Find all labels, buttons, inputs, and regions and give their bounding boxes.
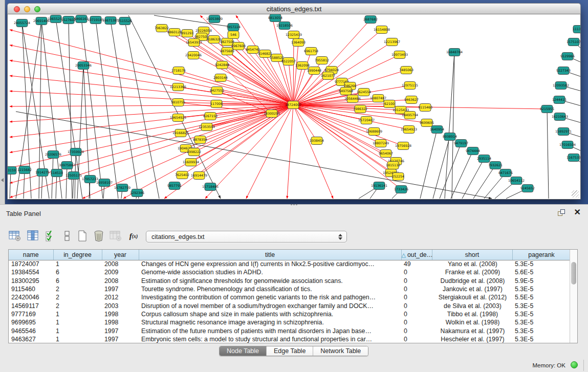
column-header-pagerank[interactable]: pagerank: [512, 250, 571, 260]
table-row[interactable]: 1872400712008Changes of HCN gene express…: [9, 260, 571, 268]
graph-node[interactable]: 1575107: [567, 38, 581, 46]
graph-node[interactable]: 2967608: [231, 42, 246, 50]
graph-node[interactable]: 11609934: [183, 159, 199, 166]
graph-node[interactable]: 2935114: [477, 155, 491, 163]
graph-node[interactable]: 10654112: [508, 177, 525, 185]
graph-node[interactable]: 7857224: [226, 24, 241, 31]
network-table-select[interactable]: citations_edges.txt: [146, 231, 347, 243]
tab-node-table[interactable]: Node Table: [220, 346, 267, 356]
graph-node[interactable]: 18724007: [285, 101, 301, 109]
graph-node[interactable]: 16914479: [191, 172, 207, 180]
network-graph[interactable]: 1872400718300295796382288601288912932322…: [8, 14, 581, 200]
graph-node[interactable]: 1621077: [321, 72, 335, 80]
graph-node[interactable]: 9474444: [466, 147, 480, 155]
graph-node[interactable]: 8813054: [268, 14, 282, 22]
left-collapsed-panel[interactable]: [0, 0, 5, 204]
graph-node[interactable]: 6522057: [281, 58, 296, 65]
graph-node[interactable]: 12325419: [286, 31, 302, 39]
graph-node[interactable]: 9115460: [418, 104, 432, 112]
graph-node[interactable]: 62100: [384, 100, 395, 108]
graph-node[interactable]: 16543912: [186, 39, 202, 47]
panel-splitter-handle[interactable]: [290, 204, 298, 206]
graph-node[interactable]: 1998222: [187, 148, 201, 156]
graph-node[interactable]: 1990448: [307, 67, 321, 75]
graph-node[interactable]: 1733426: [394, 186, 408, 193]
graph-node[interactable]: 6466161: [74, 15, 89, 23]
graph-node[interactable]: 1364093: [291, 39, 306, 47]
graph-node[interactable]: 19654923: [401, 126, 417, 134]
graph-node[interactable]: 7485063: [399, 67, 413, 74]
graph-node[interactable]: 7932621: [488, 162, 503, 169]
table-row[interactable]: 1456911722003Disruption of a novel membe…: [9, 301, 571, 310]
graph-node[interactable]: 16154808: [374, 26, 390, 34]
graph-node[interactable]: 6497568: [339, 87, 353, 95]
table-mode-button[interactable]: [8, 229, 21, 243]
graph-node[interactable]: 9242848: [215, 61, 229, 69]
float-panel-icon[interactable]: [558, 209, 565, 217]
graph-node[interactable]: 1215682: [17, 166, 32, 174]
table-row[interactable]: 911546021997Tourette syndrome. Phenomeno…: [9, 285, 571, 293]
graph-node[interactable]: 19218506: [276, 22, 293, 30]
row-height-button[interactable]: [60, 229, 74, 243]
graph-node[interactable]: 12505135: [66, 172, 82, 180]
graph-node[interactable]: 8215955: [540, 105, 554, 113]
graph-node[interactable]: 7625402: [175, 171, 189, 179]
graph-node[interactable]: 10719185: [88, 16, 104, 24]
graph-node[interactable]: 20564486: [344, 95, 361, 103]
graph-node[interactable]: 12975115: [402, 82, 418, 90]
graph-node[interactable]: 1624554: [357, 89, 371, 96]
graph-node[interactable]: 1527602: [61, 16, 76, 24]
graph-node[interactable]: 19136141: [371, 182, 387, 190]
graph-node[interactable]: 117006: [210, 100, 223, 108]
column-header-year[interactable]: year: [102, 250, 139, 260]
graph-node[interactable]: 16053809: [206, 15, 223, 23]
show-columns-button[interactable]: [27, 229, 40, 243]
delete-column-button[interactable]: [92, 229, 105, 243]
graph-node[interactable]: 891293: [181, 30, 193, 37]
graph-node[interactable]: 16848784: [446, 49, 463, 56]
graph-node[interactable]: 8427552: [210, 87, 224, 95]
graph-node[interactable]: 16958107: [96, 179, 113, 187]
graph-node[interactable]: 1362098: [295, 62, 310, 70]
tab-edge-table[interactable]: Edge Table: [267, 346, 313, 356]
graph-node[interactable]: 252254: [392, 173, 404, 181]
graph-node[interactable]: 19654925: [170, 114, 186, 122]
graph-node[interactable]: 1938454: [310, 137, 324, 145]
table-row[interactable]: 2242004622012Investigating the contribut…: [9, 293, 571, 301]
selection-mode-button[interactable]: [44, 229, 57, 243]
graph-node[interactable]: 17359928: [68, 148, 84, 156]
graph-node[interactable]: 111304: [573, 26, 581, 33]
graph-node[interactable]: 30975887: [59, 162, 75, 169]
graph-node[interactable]: 9479197: [454, 140, 468, 147]
function-builder-button[interactable]: f(x): [127, 229, 140, 243]
graph-node[interactable]: 9129966: [560, 53, 575, 60]
graph-node[interactable]: 16671385: [102, 17, 119, 25]
graph-node[interactable]: 1244415: [552, 96, 567, 104]
graph-node[interactable]: 7986322: [353, 105, 367, 113]
graph-node[interactable]: 7515526: [118, 17, 132, 25]
graph-node[interactable]: 8471676: [498, 169, 513, 177]
panel-collapse-arrow-icon[interactable]: [1, 178, 4, 182]
network-window[interactable]: citations_edges.txt 18724007183002957963…: [7, 3, 581, 200]
graph-node[interactable]: 16782759: [114, 184, 130, 192]
graph-node[interactable]: 9654067: [379, 150, 393, 158]
graph-node[interactable]: 8267150: [203, 113, 217, 120]
canvas-resize-grip-icon[interactable]: [572, 190, 579, 198]
graph-node[interactable]: 23420046: [185, 52, 202, 59]
graph-node[interactable]: 20206576: [45, 151, 61, 159]
graph-node[interactable]: 2718176: [171, 67, 186, 75]
graph-node[interactable]: 9245652: [520, 185, 535, 192]
table-scrollbar[interactable]: [570, 250, 577, 343]
table-row[interactable]: 946362711997Embryonic stem cells: a mode…: [9, 335, 571, 343]
table-row[interactable]: 1830029562008Estimation of significance …: [9, 277, 571, 285]
graph-node[interactable]: 20053346: [75, 62, 92, 70]
graph-node[interactable]: 15892971: [555, 128, 572, 136]
network-window-titlebar[interactable]: citations_edges.txt: [7, 3, 581, 14]
graph-node[interactable]: 12213967: [384, 38, 400, 46]
graph-node[interactable]: 546: [228, 31, 239, 39]
graph-node[interactable]: 10688609: [366, 128, 382, 136]
close-panel-icon[interactable]: ✕: [574, 208, 581, 216]
graph-node[interactable]: 12353594: [199, 123, 215, 131]
graph-node[interactable]: 1914275: [35, 169, 50, 177]
column-header-outde[interactable]: △out_de…: [401, 250, 432, 260]
